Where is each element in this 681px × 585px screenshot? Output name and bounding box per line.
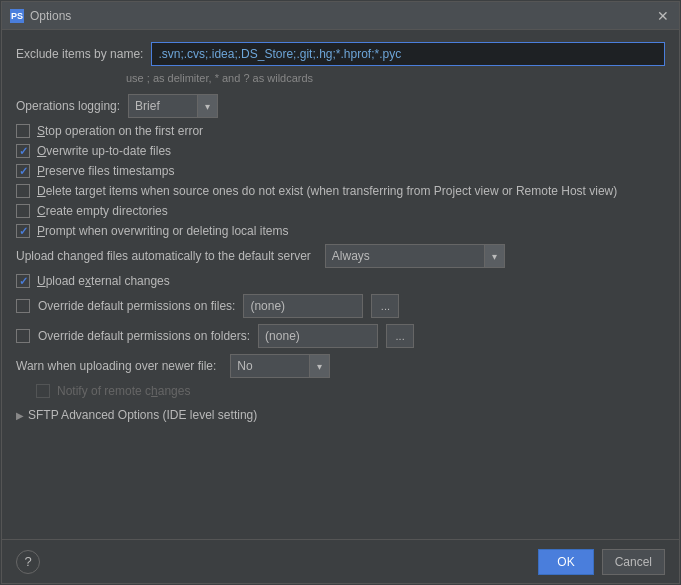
checkbox-prompt-overwrite: Prompt when overwriting or deleting loca…	[16, 224, 665, 238]
perm-files-input[interactable]	[243, 294, 363, 318]
ok-button[interactable]: OK	[538, 549, 593, 575]
perm-files-label: Override default permissions on files:	[38, 299, 235, 313]
exclude-label: Exclude items by name:	[16, 47, 143, 61]
sftp-section[interactable]: ▶ SFTP Advanced Options (IDE level setti…	[16, 408, 665, 422]
perm-folders-button[interactable]: ...	[386, 324, 414, 348]
perm-folders-label: Override default permissions on folders:	[38, 329, 250, 343]
footer-buttons: OK Cancel	[538, 549, 665, 575]
warn-newer-row: Warn when uploading over newer file: No …	[16, 354, 665, 378]
sftp-section-label: SFTP Advanced Options (IDE level setting…	[28, 408, 257, 422]
checkbox-create-empty: Create empty directories	[16, 204, 665, 218]
close-button[interactable]: ✕	[655, 8, 671, 24]
upload-auto-select-wrap: Always Never On explicit save action ▾	[325, 244, 505, 268]
checkbox-create-empty-label: Create empty directories	[37, 204, 168, 218]
checkbox-overwrite-box[interactable]	[16, 144, 30, 158]
upload-auto-arrow[interactable]: ▾	[485, 244, 505, 268]
upload-auto-label: Upload changed files automatically to th…	[16, 249, 311, 263]
perm-files-checkbox[interactable]	[16, 299, 30, 313]
dialog-content: Exclude items by name: use ; as delimite…	[2, 30, 679, 539]
operations-logging-select-wrap: Brief Verbose None ▾	[128, 94, 218, 118]
app-icon: PS	[10, 9, 24, 23]
dialog-title: Options	[30, 9, 71, 23]
checkbox-create-empty-box[interactable]	[16, 204, 30, 218]
options-dialog: PS Options ✕ Exclude items by name: use …	[1, 1, 680, 584]
checkbox-preserve-timestamps-box[interactable]	[16, 164, 30, 178]
warn-newer-label: Warn when uploading over newer file:	[16, 359, 216, 373]
upload-external-checkbox[interactable]	[16, 274, 30, 288]
checkbox-preserve-timestamps-label: Preserve files timestamps	[37, 164, 174, 178]
operations-logging-label: Operations logging:	[16, 99, 120, 113]
checkbox-stop-error-label: Stop operation on the first error	[37, 124, 203, 138]
operations-logging-arrow[interactable]: ▾	[198, 94, 218, 118]
exclude-row: Exclude items by name:	[16, 42, 665, 66]
notify-changes-checkbox[interactable]	[36, 384, 50, 398]
checkbox-stop-error-box[interactable]	[16, 124, 30, 138]
upload-external-row: Upload external changes	[16, 274, 665, 288]
checkbox-prompt-overwrite-box[interactable]	[16, 224, 30, 238]
notify-changes-label: Notify of remote changes	[57, 384, 190, 398]
perm-folders-row: Override default permissions on folders:…	[16, 324, 665, 348]
help-button[interactable]: ?	[16, 550, 40, 574]
exclude-hint: use ; as delimiter, * and ? as wildcards	[126, 72, 665, 84]
perm-files-row: Override default permissions on files: .…	[16, 294, 665, 318]
checkbox-overwrite: Overwrite up-to-date files	[16, 144, 665, 158]
title-bar: PS Options ✕	[2, 2, 679, 30]
upload-external-label: Upload external changes	[37, 274, 170, 288]
cancel-button[interactable]: Cancel	[602, 549, 665, 575]
upload-auto-row: Upload changed files automatically to th…	[16, 244, 665, 268]
checkbox-preserve-timestamps: Preserve files timestamps	[16, 164, 665, 178]
checkbox-delete-target-box[interactable]	[16, 184, 30, 198]
warn-newer-select-wrap: No Yes ▾	[230, 354, 330, 378]
checkbox-delete-target-label: Delete target items when source ones do …	[37, 184, 617, 198]
sftp-arrow-icon: ▶	[16, 410, 24, 421]
checkbox-prompt-overwrite-label: Prompt when overwriting or deleting loca…	[37, 224, 288, 238]
perm-folders-checkbox[interactable]	[16, 329, 30, 343]
perm-files-button[interactable]: ...	[371, 294, 399, 318]
warn-newer-select[interactable]: No Yes	[230, 354, 310, 378]
upload-auto-select[interactable]: Always Never On explicit save action	[325, 244, 485, 268]
operations-logging-row: Operations logging: Brief Verbose None ▾	[16, 94, 665, 118]
checkbox-stop-error: Stop operation on the first error	[16, 124, 665, 138]
exclude-input[interactable]	[151, 42, 665, 66]
warn-newer-arrow[interactable]: ▾	[310, 354, 330, 378]
checkbox-delete-target: Delete target items when source ones do …	[16, 184, 665, 198]
perm-folders-input[interactable]	[258, 324, 378, 348]
notify-changes-row: Notify of remote changes	[36, 384, 665, 398]
checkbox-overwrite-label: Overwrite up-to-date files	[37, 144, 171, 158]
title-bar-left: PS Options	[10, 9, 71, 23]
footer: ? OK Cancel	[2, 539, 679, 583]
operations-logging-select[interactable]: Brief Verbose None	[128, 94, 198, 118]
